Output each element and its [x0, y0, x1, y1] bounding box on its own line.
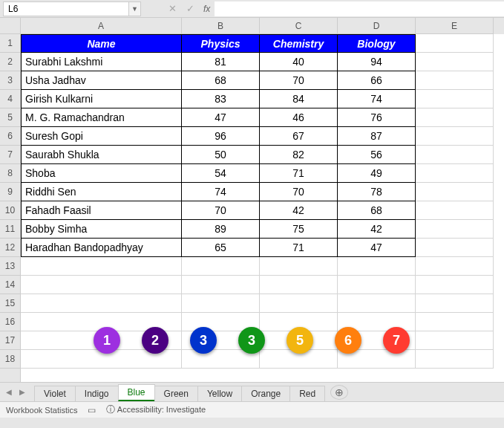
- cell[interactable]: [260, 276, 338, 294]
- cell[interactable]: [182, 257, 260, 276]
- cell-biology[interactable]: 87: [338, 127, 416, 146]
- cell[interactable]: [416, 276, 494, 294]
- cell[interactable]: [416, 108, 494, 127]
- cell-chemistry[interactable]: 40: [260, 53, 338, 71]
- confirm-formula-icon[interactable]: ✓: [181, 1, 199, 16]
- row-header[interactable]: 11: [0, 220, 20, 239]
- cell[interactable]: [182, 294, 260, 313]
- name-box[interactable]: L6: [3, 1, 129, 16]
- cell-biology[interactable]: 78: [338, 183, 416, 201]
- col-header[interactable]: E: [416, 18, 494, 34]
- cell[interactable]: [416, 127, 494, 146]
- cell-biology[interactable]: 74: [338, 90, 416, 108]
- cell[interactable]: [338, 294, 416, 313]
- row-header[interactable]: 18: [0, 350, 20, 369]
- cell-name[interactable]: Shoba: [21, 164, 182, 183]
- cell[interactable]: [260, 294, 338, 313]
- cell-biology[interactable]: 47: [338, 239, 416, 257]
- sheet-tab-green[interactable]: Green: [154, 386, 198, 401]
- row-header[interactable]: 8: [0, 164, 20, 183]
- cell[interactable]: [21, 294, 182, 313]
- cell-biology[interactable]: 94: [338, 53, 416, 71]
- row-header[interactable]: 16: [0, 313, 20, 331]
- cell[interactable]: [416, 257, 494, 276]
- cell[interactable]: [338, 276, 416, 294]
- cell-name[interactable]: Girish Kulkarni: [21, 90, 182, 108]
- display-settings-icon[interactable]: ▭: [88, 405, 96, 415]
- sheet-tab-orange[interactable]: Orange: [241, 386, 290, 401]
- col-header[interactable]: D: [338, 18, 416, 34]
- cell-name[interactable]: Usha Jadhav: [21, 71, 182, 90]
- cell[interactable]: [416, 220, 494, 239]
- cell-physics[interactable]: 96: [182, 127, 260, 146]
- cell-chemistry[interactable]: 71: [260, 164, 338, 183]
- sheet-tab-blue[interactable]: Blue: [118, 384, 155, 401]
- select-all-corner[interactable]: [0, 18, 20, 34]
- cell-biology[interactable]: 49: [338, 164, 416, 183]
- cell-name[interactable]: Suresh Gopi: [21, 127, 182, 146]
- cell-physics[interactable]: 89: [182, 220, 260, 239]
- cell-name[interactable]: Riddhi Sen: [21, 183, 182, 201]
- cell-biology[interactable]: 68: [338, 201, 416, 220]
- cell-physics[interactable]: 83: [182, 90, 260, 108]
- cell[interactable]: [416, 34, 494, 53]
- row-header[interactable]: 6: [0, 127, 20, 146]
- header-name[interactable]: Name: [21, 34, 182, 53]
- row-header[interactable]: 4: [0, 90, 20, 108]
- cell-name[interactable]: Surabhi Lakshmi: [21, 53, 182, 71]
- cell-name[interactable]: Saurabh Shukla: [21, 146, 182, 164]
- cell[interactable]: [416, 90, 494, 108]
- cell-chemistry[interactable]: 70: [260, 71, 338, 90]
- cell[interactable]: [416, 146, 494, 164]
- cell-chemistry[interactable]: 82: [260, 146, 338, 164]
- cell-physics[interactable]: 65: [182, 239, 260, 257]
- row-header[interactable]: 2: [0, 53, 20, 71]
- cell[interactable]: [182, 276, 260, 294]
- tab-nav-next-icon[interactable]: ▶: [16, 386, 28, 398]
- row-header[interactable]: 15: [0, 294, 20, 313]
- cell[interactable]: [416, 313, 494, 331]
- formula-input[interactable]: [215, 1, 504, 16]
- header-physics[interactable]: Physics: [182, 34, 260, 53]
- col-header[interactable]: B: [182, 18, 260, 34]
- cell[interactable]: [416, 294, 494, 313]
- col-header[interactable]: A: [21, 18, 182, 34]
- header-biology[interactable]: Biology: [338, 34, 416, 53]
- cell-physics[interactable]: 70: [182, 201, 260, 220]
- cell[interactable]: [21, 257, 182, 276]
- cell-physics[interactable]: 74: [182, 183, 260, 201]
- cell[interactable]: [416, 239, 494, 257]
- cell-name[interactable]: Fahadh Faasil: [21, 201, 182, 220]
- row-header[interactable]: 5: [0, 108, 20, 127]
- cell[interactable]: [416, 164, 494, 183]
- sheet-tab-yellow[interactable]: Yellow: [197, 386, 242, 401]
- workbook-stats-label[interactable]: Workbook Statistics: [6, 406, 77, 415]
- row-header[interactable]: 3: [0, 71, 20, 90]
- cell-physics[interactable]: 50: [182, 146, 260, 164]
- row-header[interactable]: 13: [0, 257, 20, 276]
- row-header[interactable]: 14: [0, 276, 20, 294]
- cell-biology[interactable]: 42: [338, 220, 416, 239]
- header-chemistry[interactable]: Chemistry: [260, 34, 338, 53]
- cell-physics[interactable]: 68: [182, 71, 260, 90]
- row-header[interactable]: 1: [0, 34, 20, 53]
- cancel-formula-icon[interactable]: ✕: [163, 1, 181, 16]
- sheet-tab-violet[interactable]: Violet: [34, 386, 76, 401]
- cell[interactable]: [416, 183, 494, 201]
- cell-chemistry[interactable]: 84: [260, 90, 338, 108]
- cell-biology[interactable]: 76: [338, 108, 416, 127]
- cell-chemistry[interactable]: 75: [260, 220, 338, 239]
- row-header[interactable]: 9: [0, 183, 20, 201]
- row-header[interactable]: 17: [0, 331, 20, 350]
- cell-chemistry[interactable]: 42: [260, 201, 338, 220]
- row-header[interactable]: 12: [0, 239, 20, 257]
- accessibility-label[interactable]: ⓘ Accessibility: Investigate: [106, 403, 206, 416]
- tab-nav-prev-icon[interactable]: ◀: [3, 386, 15, 398]
- cell[interactable]: [416, 201, 494, 220]
- name-box-dropdown[interactable]: ▼: [129, 1, 141, 16]
- cell[interactable]: [416, 53, 494, 71]
- col-header[interactable]: C: [260, 18, 338, 34]
- cell[interactable]: [260, 257, 338, 276]
- cell-name[interactable]: M. G. Ramachandran: [21, 108, 182, 127]
- fx-icon[interactable]: fx: [203, 4, 210, 14]
